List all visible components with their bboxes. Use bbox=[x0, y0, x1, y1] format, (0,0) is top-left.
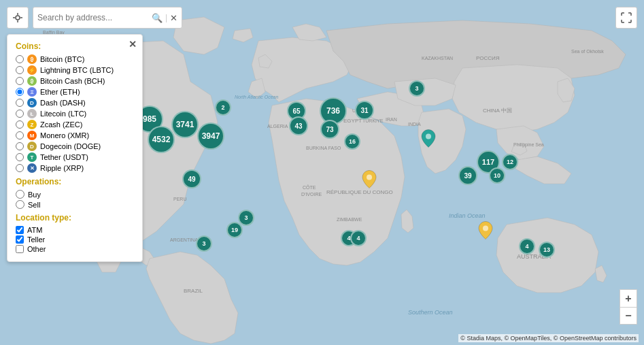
svg-text:INDIA: INDIA bbox=[408, 122, 421, 127]
operation-radio-sell[interactable] bbox=[16, 200, 24, 209]
search-container: 🔍 | ✕ bbox=[33, 7, 182, 29]
cluster-marker-c19[interactable]: 12 bbox=[502, 154, 518, 170]
operations-list: Buy Sell bbox=[16, 190, 134, 209]
svg-text:D'IVOIRE: D'IVOIRE bbox=[301, 192, 322, 197]
attribution: © Stadia Maps, © OpenMapTiles, © OpenStr… bbox=[458, 334, 639, 342]
cluster-marker-c23[interactable]: 4 bbox=[350, 230, 367, 246]
coin-label-btc: Bitcoin (BTC) bbox=[40, 55, 84, 63]
location-checkbox-atm[interactable] bbox=[16, 226, 24, 234]
cluster-marker-c3[interactable]: 3 bbox=[409, 80, 425, 97]
cluster-marker-c16[interactable]: 19 bbox=[226, 222, 243, 238]
cluster-marker-c24[interactable]: 4 bbox=[519, 238, 535, 254]
cluster-marker-c12[interactable]: 73 bbox=[320, 120, 339, 139]
svg-text:BRAZIL: BRAZIL bbox=[184, 288, 203, 294]
locate-button[interactable] bbox=[7, 7, 29, 29]
location-checkbox-teller[interactable] bbox=[16, 235, 24, 244]
cluster-marker-c20[interactable]: 39 bbox=[458, 166, 477, 185]
coin-item-btc: ₿ Bitcoin (BTC) bbox=[16, 54, 134, 64]
pin-marker-p2[interactable] bbox=[362, 170, 377, 191]
cluster-marker-c13[interactable]: 16 bbox=[344, 133, 360, 150]
coin-icon-btc: ₿ bbox=[27, 54, 37, 64]
coin-radio-ltc[interactable] bbox=[16, 110, 24, 118]
svg-text:РОССИЯ: РОССИЯ bbox=[476, 55, 500, 61]
coin-radio-btc[interactable] bbox=[16, 55, 24, 63]
cluster-marker-c21[interactable]: 10 bbox=[489, 167, 505, 184]
cluster-marker-c17[interactable]: 3 bbox=[196, 235, 212, 252]
svg-text:ALGERIA: ALGERIA bbox=[267, 124, 288, 129]
cluster-marker-c15[interactable]: 3 bbox=[238, 210, 254, 226]
svg-text:EGYPT: EGYPT bbox=[343, 118, 362, 124]
search-input[interactable] bbox=[37, 13, 149, 22]
top-bar: 🔍 | ✕ bbox=[7, 7, 637, 29]
location-item-other: Other bbox=[16, 245, 134, 253]
svg-text:North Atlantic Ocean: North Atlantic Ocean bbox=[235, 95, 278, 99]
svg-text:RÉPUBLIQUE DU CONGO: RÉPUBLIQUE DU CONGO bbox=[326, 189, 393, 195]
cluster-marker-c7[interactable]: 4532 bbox=[148, 126, 175, 153]
coin-icon-zec: Z bbox=[27, 120, 37, 129]
cluster-marker-c6[interactable]: 3947 bbox=[197, 122, 224, 150]
filter-close-button[interactable]: ✕ bbox=[129, 39, 137, 50]
cluster-marker-c14[interactable]: 49 bbox=[182, 169, 201, 188]
svg-point-27 bbox=[16, 16, 20, 20]
pin-marker-p1[interactable] bbox=[421, 129, 436, 150]
coin-icon-usdt: T bbox=[27, 152, 37, 162]
svg-text:Indian Ocean: Indian Ocean bbox=[449, 212, 486, 219]
coin-icon-ltc: Ł bbox=[27, 109, 37, 118]
location-label-other: Other bbox=[27, 245, 46, 253]
coin-item-bch: ₿ Bitcoin Cash (BCH) bbox=[16, 76, 134, 86]
coin-icon-doge: D bbox=[27, 142, 37, 151]
cluster-marker-c25[interactable]: 13 bbox=[539, 242, 555, 258]
location-item-atm: ATM bbox=[16, 226, 134, 234]
location-checkbox-other[interactable] bbox=[16, 245, 24, 253]
svg-text:KAZAKHSTAN: KAZAKHSTAN bbox=[422, 56, 453, 61]
coin-radio-dash[interactable] bbox=[16, 99, 24, 107]
pin-marker-p3[interactable] bbox=[478, 221, 493, 242]
coin-radio-xmr[interactable] bbox=[16, 131, 24, 139]
coin-radio-xrp[interactable] bbox=[16, 164, 24, 172]
cluster-marker-c11[interactable]: 43 bbox=[289, 116, 308, 135]
coin-label-ltc: Litecoin (LTC) bbox=[40, 110, 86, 118]
svg-text:BURKINA FASO: BURKINA FASO bbox=[306, 146, 341, 150]
cluster-marker-c5[interactable]: 3741 bbox=[171, 111, 199, 138]
coin-item-ltc: Ł Litecoin (LTC) bbox=[16, 109, 134, 118]
zoom-in-button[interactable]: + bbox=[620, 289, 637, 307]
coin-radio-bch[interactable] bbox=[16, 77, 24, 85]
svg-text:Sea of Okhotsk: Sea of Okhotsk bbox=[571, 49, 604, 54]
svg-point-34 bbox=[483, 226, 488, 231]
cluster-marker-c10[interactable]: 31 bbox=[355, 101, 374, 120]
operation-item-sell: Sell bbox=[16, 200, 134, 209]
clear-search-icon[interactable]: ✕ bbox=[170, 13, 177, 23]
svg-text:PERU: PERU bbox=[173, 197, 186, 201]
svg-text:CHINA 中国: CHINA 中国 bbox=[483, 108, 512, 114]
coin-item-lbtc: ⚡ Lightning BTC (LBTC) bbox=[16, 65, 134, 75]
operation-label-buy: Buy bbox=[28, 191, 41, 199]
location-section-title: Location type: bbox=[16, 213, 134, 223]
coin-radio-doge[interactable] bbox=[16, 142, 24, 150]
coin-radio-zec[interactable] bbox=[16, 120, 24, 129]
coin-radio-lbtc[interactable] bbox=[16, 66, 24, 74]
fullscreen-button[interactable] bbox=[615, 7, 637, 29]
coin-label-xrp: Ripple (XRP) bbox=[40, 164, 84, 172]
coin-icon-xmr: M bbox=[27, 131, 37, 140]
location-item-teller: Teller bbox=[16, 235, 134, 244]
coin-item-eth: Ξ Ether (ETH) bbox=[16, 87, 134, 97]
map-container[interactable]: CANADA UNITED STATES BRAZIL PERU ARGENTI… bbox=[0, 0, 644, 345]
zoom-out-button[interactable]: − bbox=[620, 307, 637, 325]
location-label-teller: Teller bbox=[27, 235, 45, 244]
coin-radio-eth[interactable] bbox=[16, 88, 24, 96]
coin-label-lbtc: Lightning BTC (LBTC) bbox=[40, 66, 114, 74]
operation-item-buy: Buy bbox=[16, 190, 134, 199]
coin-item-usdt: T Tether (USDT) bbox=[16, 152, 134, 162]
coin-icon-eth: Ξ bbox=[27, 87, 37, 97]
coin-label-bch: Bitcoin Cash (BCH) bbox=[40, 77, 105, 85]
coin-item-xrp: ✕ Ripple (XRP) bbox=[16, 163, 134, 173]
svg-point-33 bbox=[367, 175, 372, 180]
coin-radio-usdt[interactable] bbox=[16, 153, 24, 161]
svg-point-32 bbox=[426, 134, 431, 139]
coin-label-doge: Dogecoin (DOGE) bbox=[40, 142, 101, 150]
cluster-marker-c2[interactable]: 2 bbox=[215, 99, 231, 116]
operation-radio-buy[interactable] bbox=[16, 190, 24, 199]
search-icon[interactable]: 🔍 bbox=[152, 13, 163, 23]
coin-label-eth: Ether (ETH) bbox=[40, 88, 80, 96]
coin-item-doge: D Dogecoin (DOGE) bbox=[16, 142, 134, 151]
